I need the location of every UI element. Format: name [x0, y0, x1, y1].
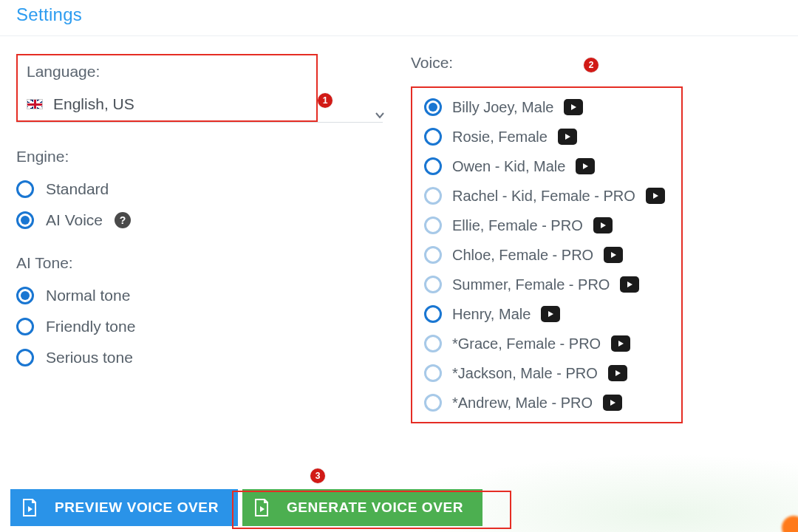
play-icon[interactable] [558, 129, 577, 145]
voice-option-label: Chloe, Female - PRO [452, 247, 593, 264]
header: Settings [0, 0, 798, 36]
play-icon[interactable] [646, 188, 665, 204]
radio-icon [16, 349, 34, 366]
ai-tone-option-label: Serious tone [46, 349, 133, 366]
voice-option-label: Billy Joey, Male [452, 99, 553, 116]
language-selector[interactable]: English, US [27, 95, 307, 120]
ai-tone-option-label: Friendly tone [46, 318, 135, 335]
play-icon[interactable] [541, 306, 560, 322]
engine-option-standard[interactable]: Standard [16, 180, 393, 198]
svg-marker-4 [601, 222, 606, 228]
generate-voice-over-button[interactable]: GENERATE VOICE OVER [242, 489, 482, 526]
preview-button-label: PREVIEW VOICE OVER [55, 499, 219, 516]
svg-marker-3 [653, 193, 658, 199]
voice-option-label: Summer, Female - PRO [452, 276, 610, 293]
play-icon[interactable] [603, 395, 622, 411]
chevron-down-icon[interactable] [374, 109, 386, 124]
voice-option-label: *Grace, Female - PRO [452, 335, 601, 352]
radio-icon [424, 305, 442, 323]
radio-icon [16, 180, 34, 198]
ai-tone-option-normal[interactable]: Normal tone [16, 287, 393, 304]
voice-option[interactable]: Rachel - Kid, Female - PRO [424, 187, 669, 205]
engine-section: Engine: Standard AI Voice ? [16, 148, 393, 229]
ai-tone-option-label: Normal tone [46, 287, 130, 304]
file-play-icon [21, 498, 38, 517]
help-icon[interactable]: ? [115, 212, 131, 228]
svg-marker-10 [610, 400, 615, 406]
language-field-highlight: Language: English, US [16, 54, 318, 122]
voice-option[interactable]: *Jackson, Male - PRO [424, 364, 669, 382]
engine-label: Engine: [16, 148, 393, 166]
radio-icon [424, 187, 442, 205]
voice-option[interactable]: Rosie, Female [424, 128, 669, 146]
radio-icon [424, 394, 442, 412]
play-icon[interactable] [608, 365, 627, 381]
ai-tone-options: Normal tone Friendly tone Serious tone [16, 287, 393, 366]
svg-marker-0 [571, 104, 576, 110]
svg-marker-5 [611, 252, 616, 258]
play-icon[interactable] [564, 99, 583, 115]
voice-options-highlight: Billy Joey, MaleRosie, FemaleOwen - Kid,… [411, 86, 683, 423]
language-value: English, US [53, 95, 134, 113]
language-underline [16, 122, 383, 123]
radio-icon [16, 211, 34, 229]
radio-icon [424, 216, 442, 234]
page-title: Settings [16, 4, 782, 25]
footer-buttons: PREVIEW VOICE OVER GENERATE VOICE OVER [10, 489, 482, 526]
callout-2: 2 [584, 58, 598, 72]
radio-icon [424, 98, 442, 116]
voice-option[interactable]: Billy Joey, Male [424, 98, 669, 116]
svg-marker-1 [565, 134, 570, 140]
voice-option[interactable]: *Grace, Female - PRO [424, 335, 669, 352]
svg-marker-12 [260, 506, 265, 512]
svg-marker-2 [583, 163, 588, 169]
voice-option-label: Ellie, Female - PRO [452, 217, 583, 234]
voice-option[interactable]: Chloe, Female - PRO [424, 246, 669, 264]
radio-icon [424, 128, 442, 146]
svg-marker-8 [618, 341, 624, 347]
play-icon[interactable] [611, 335, 630, 352]
voice-option[interactable]: Owen - Kid, Male [424, 157, 669, 175]
generate-button-label: GENERATE VOICE OVER [287, 499, 463, 516]
engine-option-label: AI Voice [46, 211, 103, 229]
radio-icon [424, 335, 442, 352]
ai-tone-option-friendly[interactable]: Friendly tone [16, 318, 393, 335]
play-icon[interactable] [593, 217, 613, 233]
voice-option[interactable]: Summer, Female - PRO [424, 276, 669, 293]
engine-options: Standard AI Voice ? [16, 180, 393, 229]
radio-icon [16, 318, 34, 335]
ai-tone-section: AI Tone: Normal tone Friendly tone Serio… [16, 254, 393, 366]
ai-tone-option-serious[interactable]: Serious tone [16, 349, 393, 366]
play-icon[interactable] [620, 276, 639, 293]
radio-icon [424, 157, 442, 175]
radio-icon [424, 246, 442, 264]
svg-marker-9 [615, 370, 621, 376]
voice-option[interactable]: *Andrew, Male - PRO [424, 394, 669, 412]
preview-voice-over-button[interactable]: PREVIEW VOICE OVER [10, 489, 238, 526]
voice-option[interactable]: Ellie, Female - PRO [424, 216, 669, 234]
decorative-corner [780, 514, 798, 532]
uk-flag-icon [27, 99, 43, 109]
play-icon[interactable] [576, 158, 595, 174]
svg-marker-7 [548, 311, 553, 317]
voice-option-label: *Jackson, Male - PRO [452, 365, 598, 382]
radio-icon [424, 364, 442, 382]
voice-option-label: *Andrew, Male - PRO [452, 395, 593, 412]
play-icon[interactable] [604, 247, 623, 263]
voice-option-label: Rachel - Kid, Female - PRO [452, 188, 635, 205]
callout-3: 3 [310, 468, 325, 483]
ai-tone-label: AI Tone: [16, 254, 393, 272]
voice-option-label: Owen - Kid, Male [452, 158, 565, 175]
file-play-icon [253, 498, 270, 517]
engine-option-ai-voice[interactable]: AI Voice ? [16, 211, 393, 229]
svg-marker-11 [28, 506, 33, 512]
left-column: Language: English, US Engine: Standard A… [16, 54, 393, 423]
radio-icon [16, 287, 34, 304]
voice-option[interactable]: Henry, Male [424, 305, 669, 323]
language-label: Language: [27, 63, 307, 81]
svg-marker-6 [627, 282, 632, 287]
settings-content: Language: English, US Engine: Standard A… [0, 36, 798, 423]
radio-icon [424, 276, 442, 293]
right-column: Voice: Billy Joey, MaleRosie, FemaleOwen… [411, 54, 782, 423]
callout-1: 1 [318, 93, 332, 108]
